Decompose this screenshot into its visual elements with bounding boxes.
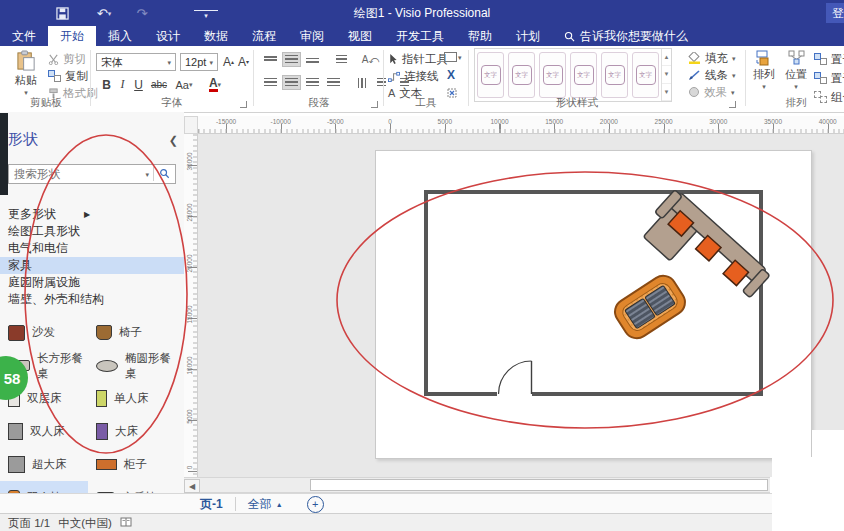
add-page-button[interactable]: + [307,496,324,513]
shape-style-thumb[interactable]: 文字 [632,52,659,98]
scroll-thumb[interactable] [310,479,768,491]
align-left-button[interactable] [261,75,280,90]
underline-button[interactable]: U [130,76,147,93]
shape-style-thumb[interactable]: 文字 [477,52,504,98]
status-page-info[interactable]: 页面 1/1 [8,516,50,531]
fill-button[interactable]: 填充▾ [688,50,736,66]
paste-button[interactable]: 粘贴 ▾ [8,50,44,96]
save-button[interactable] [50,3,74,23]
stack-label: 置于顶层 [831,52,844,67]
shape-search-input[interactable] [9,168,145,180]
font-color-button[interactable]: A▾ [202,76,228,93]
status-language[interactable]: 中文(中国) [58,516,112,531]
cut-icon [48,54,59,65]
category-item-家具[interactable]: 家具 [0,257,184,274]
category-item-电气和电信[interactable]: 电气和电信 [0,240,184,257]
gallery-up-button[interactable]: ▲ [662,49,671,66]
shape-styles-dialog-launcher[interactable] [729,101,736,108]
search-button[interactable] [159,165,170,183]
search-dropdown-button[interactable]: ▾ [145,171,149,178]
font-size-value: 12pt [185,56,206,68]
align-top-icon [264,56,277,63]
vertical-text-button[interactable] [351,75,370,90]
tab-计划[interactable]: 计划 [504,26,552,46]
tab-流程[interactable]: 流程 [240,26,288,46]
tab-视图[interactable]: 视图 [336,26,384,46]
align-bottom-button[interactable] [303,52,322,67]
bold-button[interactable]: B [98,76,115,93]
tab-file[interactable]: 文件 [0,26,48,46]
stencil-label: 超大床 [32,457,67,472]
font-size-combo[interactable]: 12pt ▾ [180,53,218,71]
tab-插入[interactable]: 插入 [96,26,144,46]
category-item-墙壁、外壳和结构[interactable]: 墙壁、外壳和结构 [0,291,184,308]
fill-label: 填充 [705,51,728,66]
font-dialog-launcher[interactable] [240,101,247,108]
tab-数据[interactable]: 数据 [192,26,240,46]
stencil-item-双人床[interactable]: 双人床 [0,415,88,448]
align-middle-button[interactable] [282,52,301,67]
align-center-button[interactable] [282,75,301,90]
category-item-庭园附属设施[interactable]: 庭园附属设施 [0,274,184,291]
justify-button[interactable] [324,75,343,90]
horizontal-ruler[interactable]: -15000-10000-500005000100001500020000250… [198,116,844,134]
stencil-item-超大床[interactable]: 超大床 [0,448,88,481]
stencil-icon [96,459,117,470]
line-button[interactable]: 线条▾ [688,67,736,83]
stencil-item-双人椅[interactable]: 双人椅 [0,481,88,493]
horizontal-scrollbar[interactable]: ◀ [184,477,770,493]
tab-开发工具[interactable]: 开发工具 [384,26,456,46]
gallery-down-button[interactable]: ▼ [662,66,671,83]
proofing-icon[interactable] [120,517,132,530]
stencil-item-沙发[interactable]: 沙发 [0,316,88,349]
shape-style-thumb[interactable]: 文字 [539,52,566,98]
bullets-button[interactable] [332,52,351,67]
more-shapes-item[interactable]: 更多形状 ▶ [0,206,184,223]
decrease-font-button[interactable]: A▾ [235,53,252,70]
tellme-box[interactable]: 告诉我你想要做什么 [564,26,688,46]
copy-button[interactable]: 复制 [48,68,88,84]
position-button[interactable]: 位置 ▾ [782,50,810,90]
bring-to-front-button[interactable]: 置于顶层 [814,51,844,67]
stencil-item-柜子[interactable]: 柜子 [88,448,176,481]
stencil-item-椅子[interactable]: 椅子 [88,316,176,349]
paragraph-dialog-launcher[interactable] [371,101,378,108]
stencil-item-安乐椅[interactable]: 安乐椅 [88,481,176,493]
send-to-back-button[interactable]: 置于底层 [814,70,844,86]
font-family-combo[interactable]: 宋体 ▾ [96,53,176,71]
connector-tool-button[interactable]: 连接线 [388,68,439,84]
drawing-page[interactable] [375,150,812,459]
strikethrough-button[interactable]: abc [148,76,170,93]
stencil-item-大床[interactable]: 大床 [88,415,176,448]
align-top-button[interactable] [261,52,280,67]
collapse-panel-button[interactable]: ❮ [169,134,178,147]
stencil-item-单人床[interactable]: 单人床 [88,382,176,415]
arrange-button[interactable]: 排列 ▾ [750,50,778,90]
rectangle-tool-button[interactable]: ▾ [444,52,462,62]
cut-button[interactable]: 剪切 [48,51,86,67]
tab-开始[interactable]: 开始 [48,26,96,46]
redo-button[interactable]: ↷ [130,3,154,23]
change-case-button[interactable]: Aa▾ [172,76,196,93]
category-item-绘图工具形状[interactable]: 绘图工具形状 [0,223,184,240]
tab-帮助[interactable]: 帮助 [456,26,504,46]
x-tool-button[interactable]: X [447,68,455,82]
shape-style-thumb[interactable]: 文字 [508,52,535,98]
show-all-pages-button[interactable]: 全部 ▲ [248,496,283,513]
align-right-button[interactable] [303,75,322,90]
undo-button[interactable]: ↶▾ [92,3,116,23]
drawing-canvas[interactable] [198,134,844,477]
scroll-left-button[interactable]: ◀ [184,479,200,493]
page-tab[interactable]: 页-1 [200,496,223,513]
tab-审阅[interactable]: 审阅 [288,26,336,46]
rotate-text-button[interactable]: A⤺ [361,52,380,67]
pointer-tool-button[interactable]: 指针工具 [388,51,448,67]
tab-设计[interactable]: 设计 [144,26,192,46]
shape-style-thumb[interactable]: 文字 [570,52,597,98]
stencil-item-椭圆形餐桌[interactable]: 椭圆形餐桌 [88,349,176,382]
qat-customize-button[interactable]: ▾ [194,10,218,21]
italic-button[interactable]: I [114,76,131,93]
shape-style-thumb[interactable]: 文字 [601,52,628,98]
vertical-ruler[interactable]: 300002500020000150001000050000 [184,134,198,477]
signin-button[interactable]: 登录 [826,3,844,23]
